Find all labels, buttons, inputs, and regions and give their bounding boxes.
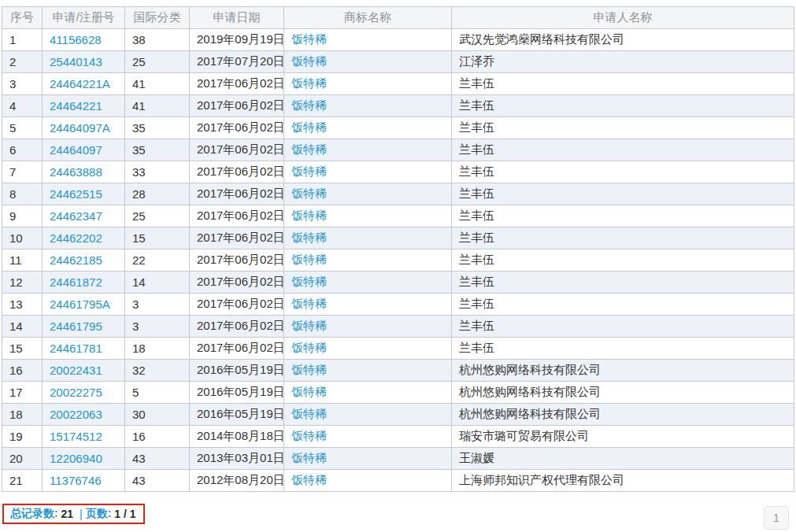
trademark-name-link[interactable]: 饭特稀 bbox=[291, 319, 327, 332]
trademark-name-link[interactable]: 饭特稀 bbox=[291, 341, 327, 354]
trademark-name-link[interactable]: 饭特稀 bbox=[291, 98, 327, 112]
trademark-name-link[interactable]: 饭特稀 bbox=[291, 209, 327, 222]
cell-trademark: 饭特稀 bbox=[284, 448, 452, 470]
cell-reg_no: 11376746 bbox=[43, 470, 125, 492]
cell-applicant: 兰丰伍 bbox=[452, 73, 794, 95]
trademark-name-link[interactable]: 饭特稀 bbox=[291, 429, 327, 442]
table-row: 724463888332017年06月02日饭特稀兰丰伍 bbox=[2, 161, 794, 183]
cell-trademark: 饭特稀 bbox=[284, 51, 452, 73]
registration-number-link[interactable]: 24463888 bbox=[50, 165, 102, 179]
registration-number-link[interactable]: 25440143 bbox=[50, 55, 102, 68]
trademark-name-link[interactable]: 饭特稀 bbox=[291, 275, 327, 288]
trademark-name-link[interactable]: 饭特稀 bbox=[291, 120, 327, 134]
registration-number-link[interactable]: 41156628 bbox=[50, 33, 102, 46]
trademark-name-link[interactable]: 饭特稀 bbox=[291, 76, 327, 90]
cell-intl_class: 32 bbox=[125, 360, 190, 382]
cell-applicant: 兰丰伍 bbox=[452, 205, 794, 227]
trademark-name-link[interactable]: 饭特稀 bbox=[291, 363, 327, 376]
trademark-name-link[interactable]: 饭特稀 bbox=[291, 451, 327, 464]
registration-number-link[interactable]: 24462347 bbox=[50, 209, 102, 223]
table-row: 1524461781182017年06月02日饭特稀兰丰伍 bbox=[2, 338, 794, 360]
registration-number-link[interactable]: 15174512 bbox=[50, 430, 102, 443]
trademark-name-link[interactable]: 饭特稀 bbox=[291, 385, 327, 398]
registration-number-link[interactable]: 20022431 bbox=[50, 364, 102, 377]
cell-trademark: 饭特稀 bbox=[284, 382, 452, 404]
registration-number-link[interactable]: 20022275 bbox=[50, 386, 102, 399]
cell-app_date: 2017年06月02日 bbox=[190, 227, 284, 249]
registration-number-link[interactable]: 24464221A bbox=[50, 77, 110, 91]
cell-seq: 1 bbox=[2, 29, 43, 51]
trademark-name-link[interactable]: 饭特稀 bbox=[291, 473, 327, 486]
page-count-label: 页数: bbox=[86, 507, 112, 521]
cell-seq: 2 bbox=[2, 51, 43, 73]
cell-seq: 5 bbox=[2, 117, 43, 139]
col-header-seq: 序号 bbox=[2, 7, 43, 29]
table-row: 1620022431322016年05月19日饭特稀杭州悠购网络科技有限公司 bbox=[2, 360, 794, 382]
registration-number-link[interactable]: 24464097A bbox=[50, 121, 110, 135]
cell-reg_no: 24461872 bbox=[43, 272, 125, 294]
table-row: 324464221A412017年06月02日饭特稀兰丰伍 bbox=[2, 73, 794, 95]
cell-trademark: 饭特稀 bbox=[284, 29, 452, 51]
cell-app_date: 2017年06月02日 bbox=[190, 294, 284, 316]
trademark-results-table: 序号申请/注册号国际分类申请日期商标名称申请人名称 14115662838201… bbox=[2, 6, 794, 492]
trademark-name-link[interactable]: 饭特稀 bbox=[291, 142, 327, 156]
trademark-name-link[interactable]: 饭特稀 bbox=[291, 32, 327, 46]
cell-reg_no: 15174512 bbox=[43, 426, 125, 448]
trademark-name-link[interactable]: 饭特稀 bbox=[291, 187, 327, 200]
trademark-name-link[interactable]: 饭特稀 bbox=[291, 407, 327, 420]
total-records-value: 21 bbox=[58, 508, 76, 520]
cell-trademark: 饭特稀 bbox=[284, 404, 452, 426]
registration-number-link[interactable]: 24461781 bbox=[50, 342, 102, 355]
cell-seq: 9 bbox=[2, 205, 43, 227]
table-row: 1224461872142017年06月02日饭特稀兰丰伍 bbox=[2, 272, 794, 294]
cell-reg_no: 24462202 bbox=[43, 227, 125, 249]
cell-seq: 21 bbox=[2, 470, 43, 492]
registration-number-link[interactable]: 24461872 bbox=[50, 275, 102, 289]
table-row: 142446179532017年06月02日饭特稀兰丰伍 bbox=[2, 316, 794, 338]
registration-number-link[interactable]: 12206940 bbox=[50, 452, 102, 465]
cell-app_date: 2017年06月02日 bbox=[190, 161, 284, 183]
cell-applicant: 兰丰伍 bbox=[452, 117, 794, 139]
table-row: 1915174512162014年08月18日饭特稀瑞安市璐可贸易有限公司 bbox=[2, 426, 794, 448]
registration-number-link[interactable]: 20022063 bbox=[50, 408, 102, 421]
cell-intl_class: 22 bbox=[125, 249, 190, 272]
cell-seq: 12 bbox=[2, 272, 43, 294]
trademark-name-link[interactable]: 饭特稀 bbox=[291, 253, 327, 266]
cell-applicant: 兰丰伍 bbox=[452, 272, 794, 294]
cell-reg_no: 24462185 bbox=[43, 249, 125, 272]
registration-number-link[interactable]: 24464221 bbox=[50, 99, 102, 113]
registration-number-link[interactable]: 24462202 bbox=[50, 231, 102, 245]
cell-app_date: 2014年08月18日 bbox=[190, 426, 284, 448]
registration-number-link[interactable]: 24461795A bbox=[50, 297, 110, 311]
cell-intl_class: 28 bbox=[125, 183, 190, 205]
trademark-name-link[interactable]: 饭特稀 bbox=[291, 164, 327, 178]
cell-applicant: 杭州悠购网络科技有限公司 bbox=[452, 404, 794, 426]
table-row: 1024462202152017年06月02日饭特稀兰丰伍 bbox=[2, 227, 794, 249]
cell-trademark: 饭特稀 bbox=[284, 139, 452, 161]
cell-seq: 14 bbox=[2, 316, 43, 338]
trademark-name-link[interactable]: 饭特稀 bbox=[291, 231, 327, 244]
cell-trademark: 饭特稀 bbox=[284, 338, 452, 360]
cell-reg_no: 24463888 bbox=[43, 161, 125, 183]
cell-applicant: 兰丰伍 bbox=[452, 183, 794, 205]
registration-number-link[interactable]: 24461795 bbox=[50, 320, 102, 333]
trademark-name-link[interactable]: 饭特稀 bbox=[291, 297, 327, 310]
cell-reg_no: 24464221A bbox=[43, 73, 125, 95]
cell-seq: 7 bbox=[2, 161, 43, 183]
table-row: 624464097352017年06月02日饭特稀兰丰伍 bbox=[2, 139, 794, 161]
cell-intl_class: 3 bbox=[125, 294, 190, 316]
cell-reg_no: 24461795A bbox=[43, 294, 125, 316]
trademark-name-link[interactable]: 饭特稀 bbox=[291, 54, 327, 68]
cell-applicant: 杭州悠购网络科技有限公司 bbox=[452, 360, 794, 382]
footer-separator: | bbox=[76, 508, 86, 520]
registration-number-link[interactable]: 24462185 bbox=[50, 253, 102, 267]
cell-trademark: 饭特稀 bbox=[284, 249, 452, 272]
registration-number-link[interactable]: 24462515 bbox=[50, 187, 102, 201]
cell-applicant: 杭州悠购网络科技有限公司 bbox=[452, 382, 794, 404]
registration-number-link[interactable]: 24464097 bbox=[50, 143, 102, 157]
table-row: 2012206940432013年03月01日饭特稀王淑媛 bbox=[2, 448, 794, 470]
pagination-page-1-button[interactable]: 1 bbox=[764, 506, 789, 530]
registration-number-link[interactable]: 11376746 bbox=[50, 474, 102, 487]
cell-trademark: 饭特稀 bbox=[284, 316, 452, 338]
cell-applicant: 江泽乔 bbox=[452, 51, 794, 73]
